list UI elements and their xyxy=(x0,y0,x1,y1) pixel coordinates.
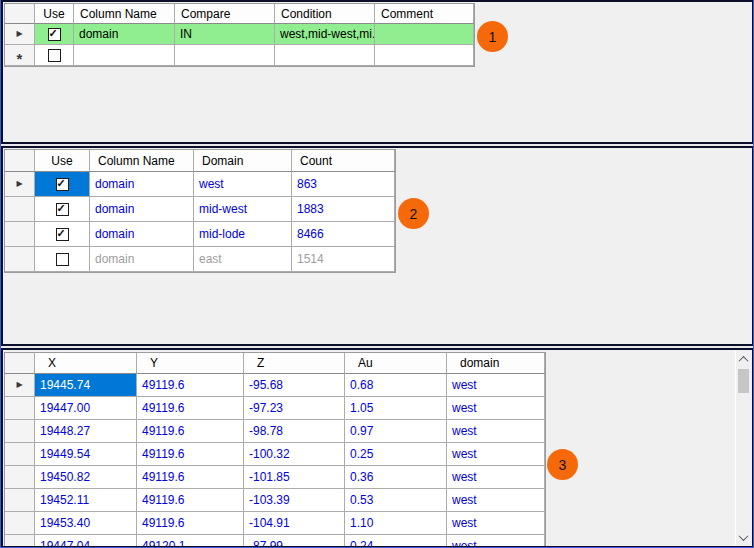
cell-comment[interactable] xyxy=(375,45,474,66)
cell-y[interactable]: 49119.6 xyxy=(137,466,244,489)
cell-x[interactable]: 19453.40 xyxy=(35,512,137,535)
column-header-x[interactable]: X xyxy=(35,353,137,374)
cell-x[interactable]: 19450.82 xyxy=(35,466,137,489)
cell-y[interactable]: 49119.6 xyxy=(137,420,244,443)
cell-use-checkbox[interactable] xyxy=(35,247,90,272)
cell-y[interactable]: 49119.6 xyxy=(137,374,244,397)
cell-au[interactable]: 0.53 xyxy=(345,489,447,512)
cell-z[interactable]: -103.39 xyxy=(244,489,345,512)
cell-domain[interactable]: west xyxy=(447,489,545,512)
column-header-domain[interactable]: domain xyxy=(447,353,545,374)
cell-y[interactable]: 49119.6 xyxy=(137,512,244,535)
cell-column-name[interactable]: domain xyxy=(90,172,194,197)
cell-domain[interactable]: mid-lode xyxy=(194,222,292,247)
cell-column-name[interactable]: domain xyxy=(90,197,194,222)
cell-au[interactable]: 1.05 xyxy=(345,397,447,420)
row-selector-header[interactable] xyxy=(5,150,35,172)
cell-count[interactable]: 1514 xyxy=(292,247,395,272)
cell-y[interactable]: 49119.6 xyxy=(137,397,244,420)
use-checkbox[interactable] xyxy=(48,28,61,41)
cell-use-checkbox[interactable] xyxy=(35,197,90,222)
cell-z[interactable]: -101.85 xyxy=(244,466,345,489)
cell-domain[interactable]: mid-west xyxy=(194,197,292,222)
column-header-au[interactable]: Au xyxy=(345,353,447,374)
use-checkbox[interactable] xyxy=(56,203,69,216)
cell-z[interactable]: -104.91 xyxy=(244,512,345,535)
use-checkbox[interactable] xyxy=(56,228,69,241)
column-header-column-name[interactable]: Column Name xyxy=(90,150,194,172)
cell-domain[interactable]: west xyxy=(447,535,545,548)
cell-condition[interactable] xyxy=(275,45,375,66)
column-header-z[interactable]: Z xyxy=(244,353,345,374)
cell-count[interactable]: 863 xyxy=(292,172,395,197)
row-selector[interactable] xyxy=(5,420,35,443)
row-selector-header[interactable] xyxy=(5,353,35,374)
cell-y[interactable]: 49119.6 xyxy=(137,489,244,512)
column-header-comment[interactable]: Comment xyxy=(375,4,474,24)
cell-x[interactable]: 19448.27 xyxy=(35,420,137,443)
cell-use-checkbox[interactable] xyxy=(35,45,74,66)
cell-column-name[interactable] xyxy=(74,45,175,66)
row-selector[interactable] xyxy=(5,535,35,548)
cell-count[interactable]: 1883 xyxy=(292,197,395,222)
cell-use-checkbox[interactable] xyxy=(35,24,74,45)
cell-y[interactable]: 49119.6 xyxy=(137,443,244,466)
cell-domain[interactable]: west xyxy=(447,466,545,489)
row-selector[interactable] xyxy=(5,197,35,222)
cell-column-name[interactable]: domain xyxy=(90,247,194,272)
cell-domain[interactable]: west xyxy=(194,172,292,197)
cell-z[interactable]: -98.78 xyxy=(244,420,345,443)
scrollbar-thumb[interactable] xyxy=(738,369,749,393)
cell-au[interactable]: 0.24 xyxy=(345,535,447,548)
cell-domain[interactable]: west xyxy=(447,397,545,420)
cell-condition[interactable]: west,mid-west,mi... xyxy=(275,24,375,45)
cell-column-name[interactable]: domain xyxy=(74,24,175,45)
row-selector[interactable] xyxy=(5,489,35,512)
cell-x[interactable]: 19447.04 xyxy=(35,535,137,548)
cell-domain[interactable]: west xyxy=(447,374,545,397)
row-selector[interactable] xyxy=(5,397,35,420)
row-selector[interactable] xyxy=(5,247,35,272)
cell-x[interactable]: 19452.11 xyxy=(35,489,137,512)
column-header-compare[interactable]: Compare xyxy=(175,4,275,24)
row-selector-header[interactable] xyxy=(5,4,35,24)
vertical-scrollbar[interactable] xyxy=(735,351,751,545)
cell-au[interactable]: 0.68 xyxy=(345,374,447,397)
column-header-column-name[interactable]: Column Name xyxy=(74,4,175,24)
cell-use-checkbox[interactable] xyxy=(35,222,90,247)
row-selector[interactable]: ▶ xyxy=(5,172,35,197)
row-selector[interactable] xyxy=(5,222,35,247)
column-header-y[interactable]: Y xyxy=(137,353,244,374)
column-header-domain[interactable]: Domain xyxy=(194,150,292,172)
cell-z[interactable]: -100.32 xyxy=(244,443,345,466)
column-header-use[interactable]: Use xyxy=(35,4,74,24)
cell-comment[interactable] xyxy=(375,24,474,45)
cell-au[interactable]: 0.97 xyxy=(345,420,447,443)
cell-column-name[interactable]: domain xyxy=(90,222,194,247)
use-checkbox[interactable] xyxy=(48,49,61,62)
cell-x[interactable]: 19445.74 xyxy=(35,374,137,397)
cell-count[interactable]: 8466 xyxy=(292,222,395,247)
cell-compare[interactable] xyxy=(175,45,275,66)
cell-y[interactable]: 49120.1 xyxy=(137,535,244,548)
cell-use-checkbox[interactable] xyxy=(35,172,90,197)
column-header-use[interactable]: Use xyxy=(35,150,90,172)
scroll-down-button[interactable] xyxy=(736,529,751,545)
cell-x[interactable]: 19447.00 xyxy=(35,397,137,420)
use-checkbox[interactable] xyxy=(56,178,69,191)
cell-z[interactable]: -97.23 xyxy=(244,397,345,420)
cell-domain[interactable]: west xyxy=(447,420,545,443)
row-selector[interactable] xyxy=(5,466,35,489)
cell-compare[interactable]: IN xyxy=(175,24,275,45)
column-header-condition[interactable]: Condition xyxy=(275,4,375,24)
cell-au[interactable]: 0.36 xyxy=(345,466,447,489)
cell-au[interactable]: 1.10 xyxy=(345,512,447,535)
cell-domain[interactable]: east xyxy=(194,247,292,272)
cell-domain[interactable]: west xyxy=(447,512,545,535)
cell-domain[interactable]: west xyxy=(447,443,545,466)
row-selector[interactable]: ▶ xyxy=(5,374,35,397)
use-checkbox[interactable] xyxy=(56,253,69,266)
cell-au[interactable]: 0.25 xyxy=(345,443,447,466)
cell-z[interactable]: -87.99 xyxy=(244,535,345,548)
row-selector[interactable]: ▶ xyxy=(5,24,35,45)
